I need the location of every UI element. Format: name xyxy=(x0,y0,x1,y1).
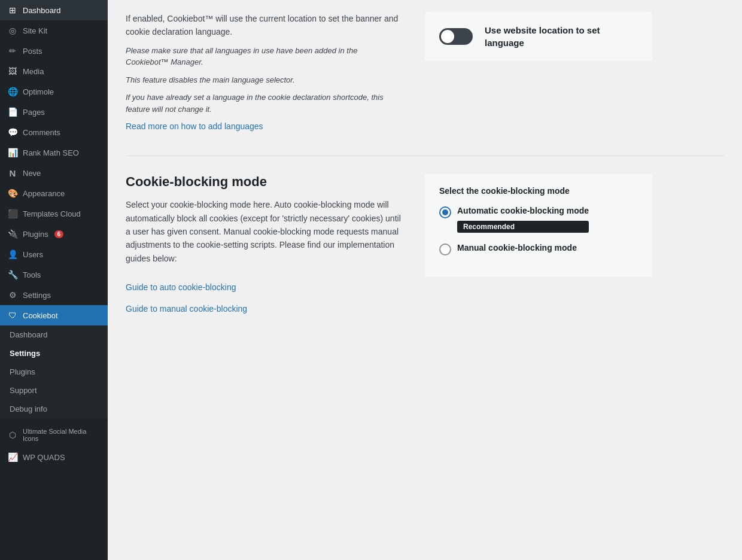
language-section-left: If enabled, Cookiebot™ will use the curr… xyxy=(126,12,401,132)
sidebar-item-site-kit[interactable]: ◎ Site Kit xyxy=(0,20,108,41)
sidebar-label-ultimate-social: Ultimate Social Media Icons xyxy=(23,428,101,442)
cookiebot-icon: 🛡 xyxy=(7,310,18,321)
sidebar-item-appearance[interactable]: 🎨 Appearance xyxy=(0,183,108,203)
language-description: If enabled, Cookiebot™ will use the curr… xyxy=(126,12,401,39)
language-note3: If you have already set a language in th… xyxy=(126,92,401,115)
dashboard-icon: ⊞ xyxy=(7,5,18,16)
sidebar-item-rank-math[interactable]: 📊 Rank Math SEO xyxy=(0,142,108,163)
radio-automatic-label: Automatic cookie-blocking mode xyxy=(457,205,589,217)
submenu-settings-label: Settings xyxy=(10,349,40,358)
sidebar-label-wp-quads: WP QUADS xyxy=(23,453,65,462)
radio-manual-label-wrap: Manual cookie-blocking mode xyxy=(457,242,577,254)
sidebar-label-rank-math: Rank Math SEO xyxy=(23,148,79,157)
submenu-debug-info[interactable]: Debug info xyxy=(0,400,108,418)
sidebar-item-pages[interactable]: 📄 Pages xyxy=(0,102,108,122)
plugins-icon: 🔌 xyxy=(7,229,18,239)
submenu-support[interactable]: Support xyxy=(0,381,108,400)
cookie-blocking-title: Cookie-blocking mode xyxy=(126,174,401,190)
language-note1: Please make sure that all languages in u… xyxy=(126,45,401,68)
sidebar-item-tools[interactable]: 🔧 Tools xyxy=(0,264,108,285)
cookiebot-submenu: Dashboard Settings Plugins Support Debug… xyxy=(0,325,108,418)
posts-icon: ✏ xyxy=(7,45,18,56)
cookie-blocking-left: Cookie-blocking mode Select your cookie-… xyxy=(126,174,401,314)
language-toggle[interactable] xyxy=(439,28,473,45)
sidebar-item-neve[interactable]: N Neve xyxy=(0,163,108,183)
sidebar-label-dashboard: Dashboard xyxy=(23,6,61,15)
guide-auto-link[interactable]: Guide to auto cookie-blocking xyxy=(126,282,236,292)
optimole-icon: 🌐 xyxy=(7,86,18,97)
language-toggle-card: Use website location to set language xyxy=(425,12,652,61)
sidebar-label-templates-cloud: Templates Cloud xyxy=(23,209,81,218)
sidebar-item-wp-quads[interactable]: 📈 WP QUADS xyxy=(0,447,108,467)
rank-math-icon: 📊 xyxy=(7,147,18,158)
settings-icon: ⚙ xyxy=(7,290,18,300)
templates-cloud-icon: ⬛ xyxy=(7,208,18,219)
radio-manual-label: Manual cookie-blocking mode xyxy=(457,242,577,254)
language-section-right: Use website location to set language xyxy=(425,12,652,61)
cookie-blocking-right: Select the cookie-blocking mode Automati… xyxy=(425,174,652,277)
cookie-blocking-radio-card: Select the cookie-blocking mode Automati… xyxy=(425,174,652,277)
radio-automatic-input[interactable] xyxy=(439,206,451,218)
sidebar-label-users: Users xyxy=(23,250,43,259)
media-icon: 🖼 xyxy=(7,66,18,77)
radio-option-automatic[interactable]: Automatic cookie-blocking mode Recommend… xyxy=(439,205,638,233)
pages-icon: 📄 xyxy=(7,106,18,117)
sidebar-item-media[interactable]: 🖼 Media xyxy=(0,61,108,81)
sidebar: ⊞ Dashboard ◎ Site Kit ✏ Posts 🖼 Media 🌐… xyxy=(0,0,108,560)
section-divider xyxy=(126,156,724,156)
radio-option-manual[interactable]: Manual cookie-blocking mode xyxy=(439,242,638,255)
sidebar-label-appearance: Appearance xyxy=(23,189,65,198)
sidebar-item-optimole[interactable]: 🌐 Optimole xyxy=(0,81,108,102)
radio-automatic-label-wrap: Automatic cookie-blocking mode Recommend… xyxy=(457,205,589,233)
sidebar-item-dashboard[interactable]: ⊞ Dashboard xyxy=(0,0,108,20)
sidebar-item-settings[interactable]: ⚙ Settings xyxy=(0,285,108,305)
sidebar-label-posts: Posts xyxy=(23,47,42,56)
submenu-support-label: Support xyxy=(10,386,37,395)
comments-icon: 💬 xyxy=(7,127,18,138)
cookie-blocking-description: Select your cookie-blocking mode here. A… xyxy=(126,198,401,265)
users-icon: 👤 xyxy=(7,249,18,260)
sidebar-item-comments[interactable]: 💬 Comments xyxy=(0,122,108,142)
sidebar-label-tools: Tools xyxy=(23,270,41,279)
sidebar-label-media: Media xyxy=(23,67,44,76)
sidebar-label-comments: Comments xyxy=(23,128,60,137)
recommended-badge: Recommended xyxy=(457,221,589,233)
submenu-plugins[interactable]: Plugins xyxy=(0,363,108,381)
tools-icon: 🔧 xyxy=(7,269,18,280)
sidebar-item-plugins[interactable]: 🔌 Plugins 6 xyxy=(0,224,108,244)
sidebar-label-settings: Settings xyxy=(23,291,51,300)
sidebar-item-templates-cloud[interactable]: ⬛ Templates Cloud xyxy=(0,203,108,224)
sidebar-item-posts[interactable]: ✏ Posts xyxy=(0,41,108,61)
main-content: If enabled, Cookiebot™ will use the curr… xyxy=(108,0,742,560)
appearance-icon: 🎨 xyxy=(7,188,18,199)
site-kit-icon: ◎ xyxy=(7,25,18,36)
neve-icon: N xyxy=(7,168,18,178)
wp-quads-icon: 📈 xyxy=(7,452,18,462)
radio-manual-input[interactable] xyxy=(439,244,451,255)
sidebar-label-neve: Neve xyxy=(23,169,41,178)
submenu-plugins-label: Plugins xyxy=(10,367,35,376)
language-section: If enabled, Cookiebot™ will use the curr… xyxy=(126,12,724,132)
guide-manual-link[interactable]: Guide to manual cookie-blocking xyxy=(126,304,247,314)
language-toggle-label: Use website location to set language xyxy=(485,24,638,49)
content-area: If enabled, Cookiebot™ will use the curr… xyxy=(126,12,724,314)
submenu-dashboard[interactable]: Dashboard xyxy=(0,325,108,344)
cookie-blocking-section: Cookie-blocking mode Select your cookie-… xyxy=(126,174,724,314)
submenu-debug-info-label: Debug info xyxy=(10,404,47,413)
ultimate-social-icon: ⬡ xyxy=(7,430,18,440)
sidebar-item-cookiebot[interactable]: 🛡 Cookiebot xyxy=(0,305,108,325)
sidebar-label-site-kit: Site Kit xyxy=(23,26,47,35)
radio-card-title: Select the cookie-blocking mode xyxy=(439,186,638,196)
sidebar-label-plugins: Plugins xyxy=(23,230,48,239)
sidebar-label-optimole: Optimole xyxy=(23,87,54,96)
language-note2: This feature disables the main language … xyxy=(126,74,401,86)
sidebar-item-users[interactable]: 👤 Users xyxy=(0,244,108,264)
sidebar-label-pages: Pages xyxy=(23,108,45,117)
language-read-more-link[interactable]: Read more on how to add languages xyxy=(126,121,263,131)
sidebar-item-ultimate-social[interactable]: ⬡ Ultimate Social Media Icons xyxy=(0,423,108,447)
submenu-dashboard-label: Dashboard xyxy=(10,330,48,339)
plugins-badge: 6 xyxy=(54,230,64,238)
submenu-settings[interactable]: Settings xyxy=(0,344,108,363)
sidebar-label-cookiebot: Cookiebot xyxy=(23,311,58,320)
